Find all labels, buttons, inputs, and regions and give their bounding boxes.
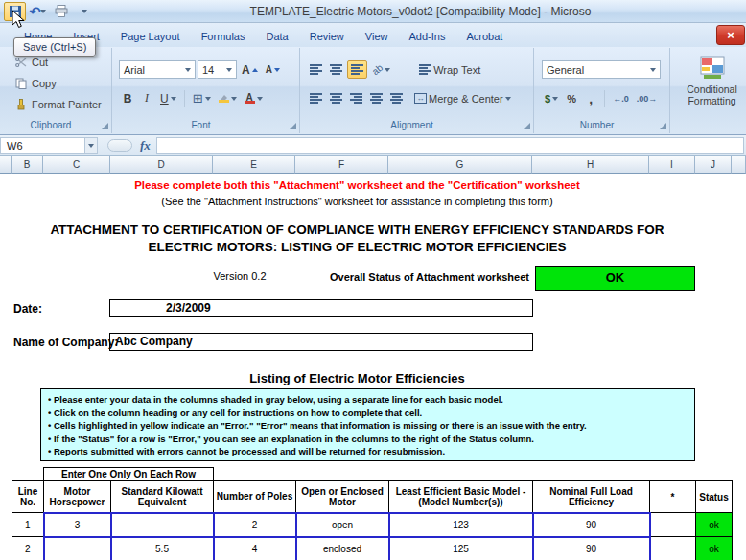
print-button[interactable] <box>50 2 72 21</box>
cell-horsepower[interactable]: 3 <box>44 513 111 537</box>
column-header-c[interactable]: C <box>43 156 110 174</box>
clipboard-dialog-launcher-icon[interactable] <box>102 123 108 129</box>
currency-button[interactable]: $ <box>542 89 561 107</box>
column-header-j[interactable]: J <box>695 156 732 174</box>
comma-button[interactable]: , <box>582 89 599 107</box>
header-basic-model[interactable]: Least Efficient Basic Model - (Model Num… <box>389 481 533 513</box>
undo-button[interactable]: ↶ <box>27 2 49 21</box>
align-center-button[interactable] <box>327 89 345 107</box>
company-input-cell[interactable]: Abc Company <box>109 333 533 351</box>
tab-data[interactable]: Data <box>255 26 298 47</box>
tab-review[interactable]: Review <box>299 26 355 47</box>
cut-button[interactable]: Cut <box>15 57 48 68</box>
decrease-indent-button[interactable] <box>367 89 385 107</box>
increase-indent-button[interactable] <box>387 89 406 107</box>
cell-efficiency[interactable]: 90 <box>533 513 650 537</box>
cell-asterisk[interactable] <box>650 537 696 560</box>
cell-status[interactable]: ok <box>696 537 733 560</box>
column-header-b[interactable]: B <box>12 156 43 174</box>
merge-center-button[interactable]: ↔ Merge & Center <box>411 89 514 107</box>
name-box[interactable]: W6 <box>0 137 84 154</box>
increase-decimal-button[interactable]: ←.0 <box>610 89 632 107</box>
align-right-button[interactable] <box>347 89 365 107</box>
alignment-dialog-launcher-icon[interactable] <box>524 123 530 129</box>
cell-open-enclosed[interactable]: enclosed <box>296 537 389 560</box>
wrap-text-button[interactable]: Wrap Text <box>416 60 483 79</box>
column-header-i[interactable]: I <box>649 156 695 174</box>
instruction-line: • Reports submitted with errors cannot b… <box>48 445 688 458</box>
number-dialog-launcher-icon[interactable] <box>660 123 666 129</box>
tab-formulas[interactable]: Formulas <box>191 26 256 47</box>
column-header-f[interactable]: F <box>295 156 388 174</box>
column-header-g[interactable]: G <box>388 156 532 174</box>
header-number-of-poles[interactable]: Number of Poles <box>214 481 296 513</box>
align-top-button[interactable] <box>307 60 325 79</box>
borders-button[interactable]: ⊞ <box>190 89 214 107</box>
number-format-select[interactable]: General <box>542 60 661 79</box>
header-open-enclosed[interactable]: Open or Enclosed Motor <box>296 481 389 513</box>
cell-open-enclosed[interactable]: open <box>296 513 389 537</box>
header-motor-horsepower[interactable]: Motor Horsepower <box>44 481 111 513</box>
warning-line-2: (See the "Attachment Instructions" works… <box>0 196 714 207</box>
tab-view[interactable]: View <box>355 26 399 47</box>
formula-bar-gripper[interactable] <box>107 139 132 152</box>
italic-button[interactable]: I <box>138 89 155 107</box>
percent-button[interactable]: % <box>563 89 580 107</box>
tab-acrobat[interactable]: Acrobat <box>455 26 513 47</box>
font-dialog-launcher-icon[interactable] <box>290 123 296 129</box>
cell-model[interactable]: 123 <box>389 513 533 537</box>
align-bottom-button[interactable] <box>347 60 367 79</box>
header-status[interactable]: Status <box>696 481 733 513</box>
tab-page-layout[interactable]: Page Layout <box>110 26 191 47</box>
enter-one-only-header[interactable]: Enter One Only On Each Row <box>44 468 214 481</box>
font-size-select[interactable]: 14 <box>198 60 237 79</box>
fill-color-icon <box>219 94 229 103</box>
decrease-indent-icon <box>370 93 383 104</box>
header-standard-kw[interactable]: Standard Kilowatt Equivalent <box>111 481 214 513</box>
insert-function-button[interactable]: fx <box>140 138 151 153</box>
cell-model[interactable]: 125 <box>389 537 533 560</box>
font-color-button[interactable]: A <box>242 89 266 107</box>
column-header-a[interactable] <box>0 156 12 174</box>
underline-button[interactable]: U <box>157 89 179 107</box>
column-header-h[interactable]: H <box>532 156 649 174</box>
align-middle-button[interactable] <box>327 60 345 79</box>
cell-kilowatt[interactable]: 5.5 <box>111 537 214 560</box>
bold-button[interactable]: B <box>119 89 136 107</box>
header-nominal-efficiency[interactable]: Nominal Full Load Efficiency <box>533 481 650 513</box>
cell-asterisk[interactable] <box>650 513 696 537</box>
customize-qat-button[interactable] <box>73 2 95 21</box>
decrease-decimal-button[interactable]: .00→ <box>634 89 661 107</box>
cell-kilowatt[interactable] <box>111 513 214 537</box>
date-input-cell[interactable]: 2/3/2009 <box>109 299 533 317</box>
cell-status[interactable]: ok <box>696 513 733 537</box>
formula-input[interactable] <box>156 137 744 154</box>
tab-add-ins[interactable]: Add-Ins <box>398 26 455 47</box>
name-box-dropdown[interactable] <box>84 137 98 154</box>
orientation-button[interactable]: ab <box>369 60 393 79</box>
font-color-dropdown-icon <box>257 97 263 101</box>
shrink-font-button[interactable]: A <box>263 60 283 79</box>
grow-font-button[interactable]: A <box>239 60 261 79</box>
cell-horsepower[interactable] <box>44 537 111 560</box>
format-painter-button[interactable]: Format Painter <box>15 99 102 110</box>
merge-center-dropdown-icon <box>505 97 511 101</box>
align-left-button[interactable] <box>307 89 325 107</box>
header-line-no[interactable]: Line No. <box>12 481 44 513</box>
cell-poles[interactable]: 4 <box>214 537 296 560</box>
copy-button[interactable]: Copy <box>15 78 57 89</box>
header-asterisk[interactable]: * <box>650 481 696 513</box>
fill-color-button[interactable] <box>216 89 240 107</box>
column-header-e[interactable]: E <box>213 156 295 174</box>
shrink-font-icon: A <box>266 64 272 75</box>
cell-efficiency[interactable]: 90 <box>533 537 650 560</box>
cell-poles[interactable]: 2 <box>214 513 296 537</box>
worksheet: Please complete both this "Attachment" w… <box>0 174 746 560</box>
cell-line-no[interactable]: 2 <box>12 537 44 560</box>
font-name-select[interactable]: Arial <box>119 60 196 79</box>
styles-group: Conditional Formatting <box>670 48 746 133</box>
column-header-d[interactable]: D <box>110 156 213 174</box>
close-button[interactable]: × <box>716 25 745 45</box>
cell-line-no[interactable]: 1 <box>12 513 44 537</box>
conditional-formatting-button[interactable]: Conditional Formatting <box>678 56 746 106</box>
